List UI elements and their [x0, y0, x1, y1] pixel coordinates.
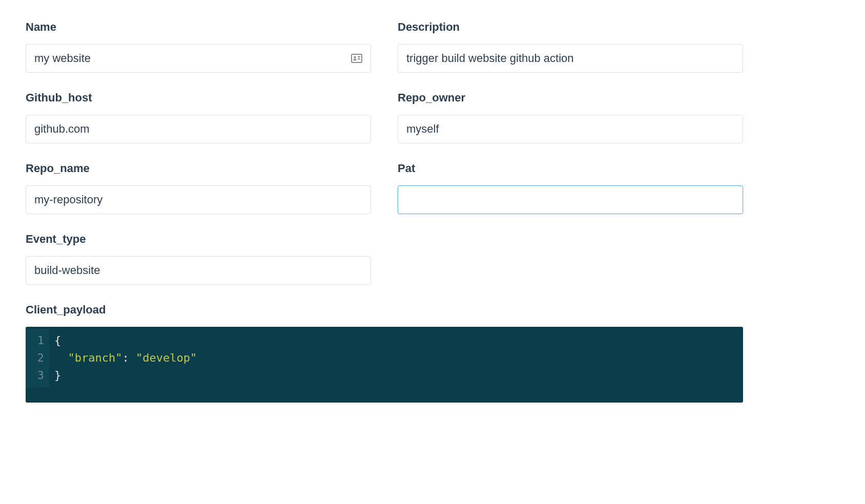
client-payload-label: Client_payload	[26, 303, 743, 317]
description-input-wrapper	[398, 44, 743, 73]
json-colon: :	[122, 351, 136, 364]
field-client-payload: Client_payload 1 2 3 { "branch": "develo…	[26, 303, 743, 403]
brace-open: {	[54, 334, 61, 347]
event-type-input[interactable]	[26, 256, 371, 285]
json-value: "develop"	[136, 351, 197, 364]
field-description: Description	[398, 20, 743, 73]
event-type-input-wrapper	[26, 256, 371, 285]
repo-name-input[interactable]	[26, 185, 371, 214]
svg-point-1	[354, 56, 356, 58]
line-number: 2	[33, 349, 44, 367]
name-label: Name	[26, 20, 371, 34]
line-number: 1	[33, 332, 44, 349]
contact-card-icon	[351, 52, 363, 65]
json-key: "branch"	[68, 351, 122, 364]
form-grid: Name Description Github_host	[26, 20, 743, 403]
description-label: Description	[398, 20, 743, 34]
description-input[interactable]	[398, 44, 743, 73]
client-payload-editor[interactable]: 1 2 3 { "branch": "develop" }	[26, 327, 743, 403]
repo-owner-input[interactable]	[398, 115, 743, 143]
repo-name-label: Repo_name	[26, 162, 371, 175]
github-host-label: Github_host	[26, 91, 371, 104]
event-type-label: Event_type	[26, 233, 371, 246]
code-content[interactable]: { "branch": "develop" }	[49, 329, 202, 387]
code-line-2: "branch": "develop"	[54, 349, 197, 367]
github-host-input-wrapper	[26, 115, 371, 143]
name-input-wrapper	[26, 44, 371, 73]
field-name: Name	[26, 20, 371, 73]
repo-owner-input-wrapper	[398, 115, 743, 143]
field-repo-name: Repo_name	[26, 162, 371, 214]
field-event-type: Event_type	[26, 233, 371, 285]
code-gutter: 1 2 3	[26, 329, 49, 387]
pat-input-wrapper	[398, 185, 743, 214]
repo-name-input-wrapper	[26, 185, 371, 214]
github-host-input[interactable]	[26, 115, 371, 143]
pat-label: Pat	[398, 162, 743, 175]
repo-owner-label: Repo_owner	[398, 91, 743, 104]
field-github-host: Github_host	[26, 91, 371, 143]
code-line-3: }	[54, 367, 197, 384]
empty-cell	[398, 233, 743, 285]
brace-close: }	[54, 369, 61, 382]
field-pat: Pat	[398, 162, 743, 214]
field-repo-owner: Repo_owner	[398, 91, 743, 143]
line-number: 3	[33, 367, 44, 384]
name-input[interactable]	[26, 44, 371, 73]
pat-input[interactable]	[398, 185, 743, 214]
code-line-1: {	[54, 332, 197, 349]
